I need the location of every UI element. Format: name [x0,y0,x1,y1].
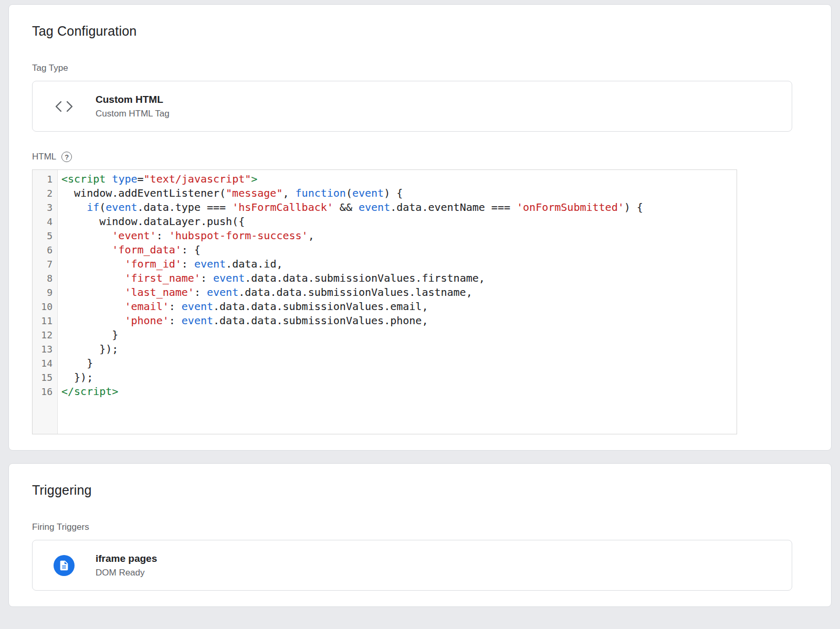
trigger-name: iframe pages [96,553,157,564]
tag-type-description: Custom HTML Tag [96,109,170,119]
code-line: 'first_name': event.data.data.submission… [61,271,737,285]
line-number: 5 [33,229,52,243]
trigger-text: iframe pages DOM Ready [96,553,157,578]
line-number: 14 [33,356,52,370]
code-line: } [61,356,737,370]
help-icon[interactable]: ? [61,152,72,162]
code-line: 'phone': event.data.data.submissionValue… [61,314,737,328]
firing-triggers-label: Firing Triggers [32,522,808,532]
tag-type-text: Custom HTML Custom HTML Tag [96,94,170,119]
line-number: 10 [33,300,52,314]
code-line: window.addEventListener("message", funct… [61,186,737,200]
code-line: 'event': 'hubspot-form-success', [61,229,737,243]
tag-type-label: Tag Type [32,63,808,73]
code-line: window.dataLayer.push({ [61,215,737,229]
code-line: 'last_name': event.data.data.submissionV… [61,285,737,300]
html-field-label-row: HTML ? [32,152,808,162]
line-number: 8 [33,271,52,285]
tag-type-selector[interactable]: Custom HTML Custom HTML Tag [32,81,792,132]
line-number: 7 [33,257,52,271]
tag-type-name: Custom HTML [96,94,170,105]
triggering-title: Triggering [32,483,808,498]
line-number: 13 [33,342,52,356]
document-page-icon [54,555,75,576]
code-line: </script> [61,385,737,399]
line-number: 16 [33,385,52,399]
trigger-icon-zone [33,555,96,576]
line-number: 12 [33,328,52,342]
tag-configuration-title: Tag Configuration [32,24,808,39]
line-number: 4 [33,215,52,229]
trigger-type: DOM Ready [96,568,157,578]
tag-editor-page: Tag Configuration Tag Type Custom HTML C… [8,4,832,607]
triggering-card: Triggering Firing Triggers iframe pages … [8,463,832,607]
code-line: 'form_id': event.data.id, [61,257,737,271]
tag-configuration-card: Tag Configuration Tag Type Custom HTML C… [8,4,832,451]
firing-trigger-item[interactable]: iframe pages DOM Ready [32,540,792,591]
code-line: 'form_data': { [61,243,737,257]
code-line: <script type="text/javascript"> [61,172,737,186]
line-number: 1 [33,172,52,186]
code-line: }); [61,342,737,356]
html-label: HTML [32,152,56,162]
line-number-gutter: 12345678910111213141516 [33,170,58,434]
line-number: 3 [33,200,52,215]
code-line: 'email': event.data.data.submissionValue… [61,300,737,314]
line-number: 9 [33,285,52,300]
code-line: if(event.data.type === 'hsFormCallback' … [61,200,737,215]
code-line: }); [61,370,737,385]
html-code-editor[interactable]: 12345678910111213141516 <script type="te… [32,169,737,434]
code-brackets-icon [33,99,96,114]
code-lines[interactable]: <script type="text/javascript"> window.a… [58,170,737,434]
code-line: } [61,328,737,342]
line-number: 2 [33,186,52,200]
line-number: 6 [33,243,52,257]
line-number: 11 [33,314,52,328]
line-number: 15 [33,370,52,385]
